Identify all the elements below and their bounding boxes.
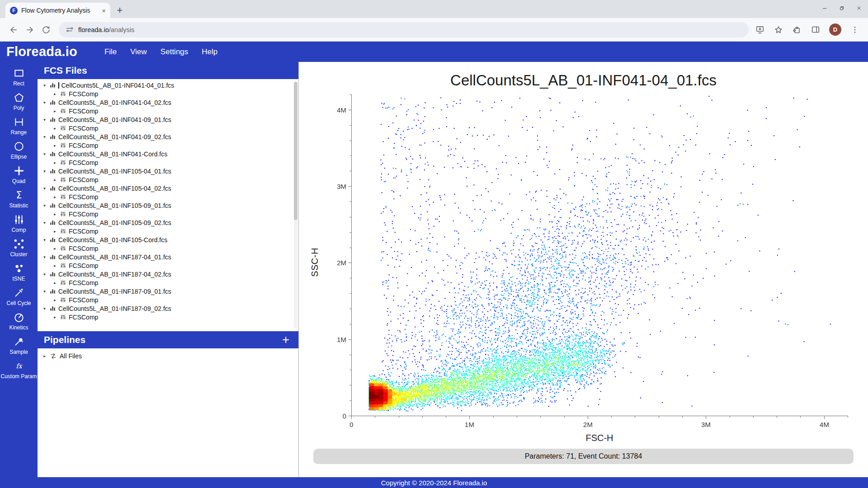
collapsed-triangle-icon[interactable]: ▸ [52,298,57,302]
file-row[interactable]: ▾CellCounts5L_AB_01-INF105-04_01.fcs [38,167,298,175]
fcscomp-row[interactable]: ▸FCSComp [38,141,298,150]
file-row[interactable]: ▾CellCounts5L_AB_01-INF105-09_02.fcs [38,218,298,227]
tool-quad[interactable]: Quad [0,165,38,184]
customparam-icon: fx [13,360,25,372]
fcscomp-row[interactable]: ▸FCSComp [38,175,298,184]
tab-close-icon[interactable]: × [102,7,106,14]
menu-file[interactable]: File [104,47,117,56]
file-row[interactable]: ▾CellCounts5L_AB_01-INF041-04_01.fcs [38,81,298,89]
side-panel-icon[interactable] [811,25,821,35]
tool-range[interactable]: Range [0,116,38,136]
fcscomp-row[interactable]: ▸FCSComp [38,89,298,98]
collapsed-triangle-icon[interactable]: ▸ [52,143,57,148]
collapsed-triangle-icon[interactable]: ▸ [52,195,57,199]
expanded-triangle-icon[interactable]: ▾ [42,221,47,225]
expanded-triangle-icon[interactable]: ▾ [42,255,47,259]
extensions-puzzle-icon[interactable] [792,25,802,35]
file-row[interactable]: ▾CellCounts5L_AB_01-INF105-04_02.fcs [38,184,298,192]
tool-statistic[interactable]: ΣStatistic [0,189,38,209]
file-name: CellCounts5L_AB_01-INF105-04_02.fcs [58,185,171,192]
file-row[interactable]: ▾CellCounts5L_AB_01-INF041-Cord.fcs [38,150,298,158]
pipeline-row[interactable]: ▸All Files [42,352,298,360]
expanded-triangle-icon[interactable]: ▾ [42,203,47,208]
fcscomp-row[interactable]: ▸FCSComp [38,261,298,270]
fcscomp-row[interactable]: ▸FCSComp [38,313,298,321]
back-icon[interactable] [5,22,22,38]
tool-tsne[interactable]: tSNE [0,263,38,282]
collapsed-triangle-icon[interactable]: ▸ [52,281,57,285]
collapsed-triangle-icon[interactable]: ▸ [52,212,57,216]
fcscomp-row[interactable]: ▸FCSComp [38,227,298,235]
bookmark-star-icon[interactable] [774,25,783,35]
install-app-icon[interactable] [755,25,765,35]
browser-tab[interactable]: F Flow Cytometry Analysis × [5,3,110,18]
tool-kinetics[interactable]: Kinetics [0,311,38,331]
new-tab-button[interactable]: + [113,4,127,17]
url-bar[interactable]: floreada.io/analysis [59,22,749,38]
collapsed-triangle-icon[interactable]: ▸ [52,126,57,131]
expanded-triangle-icon[interactable]: ▾ [42,306,47,311]
file-row[interactable]: ▾CellCounts5L_AB_01-INF105-Cord.fcs [38,235,298,244]
collapsed-triangle-icon[interactable]: ▸ [52,246,57,251]
tool-cluster[interactable]: Cluster [0,238,38,258]
menu-settings[interactable]: Settings [160,47,188,56]
collapsed-triangle-icon[interactable]: ▸ [52,263,57,268]
y-axis-label: SSC-H [304,92,325,433]
file-row[interactable]: ▾CellCounts5L_AB_01-INF187-09_01.fcs [38,287,298,296]
collapsed-triangle-icon[interactable]: ▸ [52,109,57,113]
site-settings-icon[interactable] [65,25,74,34]
reload-icon[interactable] [38,22,54,38]
fcscomp-row[interactable]: ▸FCSComp [38,210,298,218]
collapsed-triangle-icon[interactable]: ▸ [52,315,57,319]
expanded-triangle-icon[interactable]: ▾ [42,100,47,105]
collapsed-triangle-icon[interactable]: ▸ [52,92,57,96]
forward-icon[interactable] [22,22,38,38]
tool-ellipse[interactable]: Ellipse [0,141,38,160]
fcscomp-row[interactable]: ▸FCSComp [38,158,298,167]
collapsed-triangle-icon[interactable]: ▸ [42,354,47,358]
expanded-triangle-icon[interactable]: ▾ [42,238,47,242]
menu-help[interactable]: Help [202,47,217,56]
expanded-triangle-icon[interactable]: ▾ [42,186,47,191]
expanded-triangle-icon[interactable]: ▾ [42,135,47,139]
expanded-triangle-icon[interactable]: ▾ [42,289,47,294]
scrollbar[interactable] [294,82,297,328]
restore-icon[interactable] [838,5,845,14]
scrollbar-thumb[interactable] [294,82,297,220]
profile-avatar[interactable]: D [829,23,841,36]
collapsed-triangle-icon[interactable]: ▸ [52,160,57,165]
minimize-icon[interactable] [821,5,828,14]
file-row[interactable]: ▾CellCounts5L_AB_01-INF187-04_02.fcs [38,270,298,278]
tool-rect[interactable]: Rect [0,67,38,87]
fcscomp-row[interactable]: ▸FCSComp [38,296,298,304]
tool-comp[interactable]: Comp [0,214,38,233]
tool-poly[interactable]: Poly [0,92,38,111]
tool-sample[interactable]: Sample [0,336,38,355]
expanded-triangle-icon[interactable]: ▾ [42,169,47,174]
file-row[interactable]: ▾CellCounts5L_AB_01-INF187-04_01.fcs [38,253,298,261]
file-row[interactable]: ▾CellCounts5L_AB_01-INF105-09_01.fcs [38,201,298,210]
fcscomp-row[interactable]: ▸FCSComp [38,124,298,132]
scatter-plot-canvas[interactable] [325,92,849,433]
close-icon[interactable] [855,5,863,14]
expanded-triangle-icon[interactable]: ▾ [42,152,47,156]
expanded-triangle-icon[interactable]: ▾ [42,272,47,277]
collapsed-triangle-icon[interactable]: ▸ [52,229,57,234]
tool-customparam[interactable]: fxCustom Param [0,360,38,380]
collapsed-triangle-icon[interactable]: ▸ [52,178,57,182]
browser-menu-kebab-icon[interactable] [850,25,860,35]
fcscomp-row[interactable]: ▸FCSComp [38,107,298,115]
menu-view[interactable]: View [130,47,147,56]
expanded-triangle-icon[interactable]: ▾ [42,117,47,122]
fcscomp-row[interactable]: ▸FCSComp [38,244,298,253]
file-row[interactable]: ▾CellCounts5L_AB_01-INF041-09_02.fcs [38,132,298,141]
tool-cellcycle[interactable]: Cell Cycle [0,287,38,306]
fcscomp-row[interactable]: ▸FCSComp [38,278,298,287]
fcscomp-row[interactable]: ▸FCSComp [38,192,298,201]
file-row[interactable]: ▾CellCounts5L_AB_01-INF187-09_02.fcs [38,304,298,313]
expanded-triangle-icon[interactable]: ▾ [42,83,47,88]
file-row[interactable]: ▾CellCounts5L_AB_01-INF041-09_01.fcs [38,115,298,124]
file-row[interactable]: ▾CellCounts5L_AB_01-INF041-04_02.fcs [38,98,298,107]
add-pipeline-button[interactable]: + [282,333,292,347]
app-logo[interactable]: Floreada.io [0,44,77,59]
